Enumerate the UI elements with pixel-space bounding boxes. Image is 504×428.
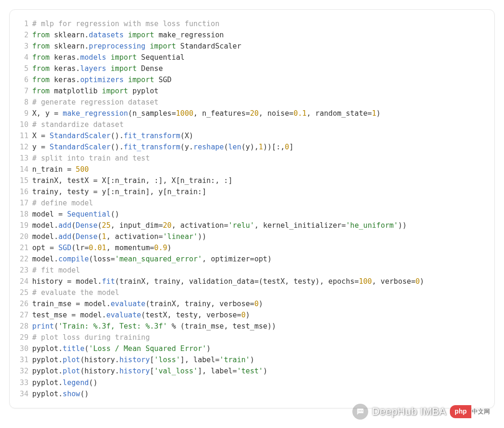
code-line: 28print('Train: %.3f, Test: %.3f' % (tra… — [15, 321, 483, 332]
token-punct: . — [84, 31, 89, 39]
token-string: 'linear' — [163, 232, 198, 241]
line-number: 32 — [15, 365, 32, 377]
token-keyword: from — [32, 76, 49, 84]
token-ident — [124, 31, 128, 39]
code-line: 19model.add(Dense(25, input_dim=20, acti… — [15, 220, 483, 231]
token-ident: () — [111, 210, 119, 218]
token-ident: sklearn — [49, 31, 84, 39]
token-ident: opt = — [32, 244, 58, 252]
token-func: history — [119, 367, 150, 375]
token-string: 'Loss / Mean Squared Error' — [89, 344, 206, 353]
code-line: 33pyplot.legend() — [15, 377, 483, 388]
code-content: model.add(Dense(1, activation='linear')) — [32, 231, 483, 242]
line-number: 30 — [15, 343, 32, 354]
token-ident: , n_features= — [193, 109, 250, 118]
token-ident: StandardScaler — [176, 42, 241, 50]
code-line: 30pyplot.title('Loss / Mean Squared Erro… — [15, 343, 483, 354]
token-ident: , activation= — [106, 232, 163, 241]
token-string: 'loss' — [154, 356, 180, 364]
code-line: 11X = StandardScaler().fit_transform(X) — [15, 130, 483, 141]
line-number: 4 — [15, 52, 32, 63]
code-line: 25# evaluate the model — [15, 287, 483, 298]
line-number: 5 — [15, 63, 32, 74]
code-content: pyplot.legend() — [32, 377, 483, 388]
token-comment: # split into train and test — [32, 154, 150, 162]
token-func: history — [119, 356, 150, 364]
token-ident: ], label= — [180, 356, 219, 364]
token-ident: Dense — [137, 64, 163, 73]
code-block: 1# mlp for regression with mse loss func… — [9, 9, 495, 408]
code-content: train_mse = model.evaluate(trainX, train… — [32, 298, 483, 309]
token-string: 'mean_squared_error' — [115, 255, 202, 263]
token-ident: pyplot. — [32, 390, 63, 398]
code-content: from keras.models import Sequential — [32, 52, 483, 63]
token-ident: (X) — [180, 132, 193, 140]
token-comment: # standardize dataset — [32, 120, 124, 129]
svg-point-0 — [359, 410, 360, 411]
code-line: 1# mlp for regression with mse loss func… — [15, 18, 483, 29]
token-keyword: from — [32, 87, 49, 95]
line-number: 11 — [15, 130, 32, 141]
token-ident: (trainX, trainy, validation_data=(testX,… — [115, 277, 359, 286]
token-ident: [ — [150, 356, 154, 364]
code-content: test_mse = model.evaluate(testX, testy, … — [32, 309, 483, 321]
token-number: 0 — [241, 311, 245, 319]
token-ident: ) — [167, 244, 171, 252]
code-content: history = model.fit(trainX, trainy, vali… — [32, 276, 483, 287]
code-line: 32pyplot.plot(history.history['val_loss'… — [15, 365, 483, 377]
line-number: 25 — [15, 287, 32, 298]
code-line: 20model.add(Dense(1, activation='linear'… — [15, 231, 483, 242]
token-string: 'Train: %.3f, Test: %.3f' — [58, 322, 167, 330]
token-ident: ( — [71, 221, 76, 230]
token-string: 'he_uniform' — [346, 221, 398, 230]
token-ident: X = — [32, 132, 49, 140]
line-number: 10 — [15, 119, 32, 130]
token-keyword: from — [32, 64, 49, 73]
token-number: 0.9 — [154, 244, 167, 252]
token-func: len — [228, 143, 241, 151]
line-number: 1 — [15, 18, 32, 29]
token-keyword: from — [32, 53, 49, 62]
token-func: StandardScaler — [49, 132, 111, 140]
svg-point-2 — [362, 410, 363, 411]
code-line: 15trainX, testX = X[:n_train, :], X[n_tr… — [15, 175, 483, 186]
code-content: model.compile(loss='mean_squared_error',… — [32, 253, 483, 265]
token-ident: model = — [32, 210, 67, 218]
token-ident: (history. — [80, 356, 119, 364]
token-ident: pyplot. — [32, 356, 63, 364]
code-content: trainy, testy = y[:n_train], y[n_train:] — [32, 186, 483, 197]
code-content: opt = SGD(lr=0.01, momentum=0.9) — [32, 242, 483, 253]
token-ident: trainy, testy = y[:n_train], y[n_train:] — [32, 188, 206, 196]
code-content: X = StandardScaler().fit_transform(X) — [32, 130, 483, 141]
token-ident: (). — [111, 143, 124, 151]
code-line: 14n_train = 500 — [15, 164, 483, 175]
token-func: compile — [58, 255, 89, 263]
token-ident: trainX, testX = X[:n_train, :], X[n_trai… — [32, 176, 232, 185]
token-ident: , momentum= — [106, 244, 154, 252]
token-ident: , noise= — [259, 109, 294, 118]
code-content: # split into train and test — [32, 153, 483, 164]
token-ident: ) — [263, 367, 267, 375]
token-func: datasets — [89, 31, 124, 39]
line-number: 8 — [15, 97, 32, 108]
code-line: 21opt = SGD(lr=0.01, momentum=0.9) — [15, 242, 483, 253]
token-ident: keras — [49, 53, 76, 62]
token-ident: ) — [259, 300, 263, 308]
code-content: y = StandardScaler().fit_transform(y.res… — [32, 141, 483, 153]
token-func: StandardScaler — [49, 143, 111, 151]
line-number: 22 — [15, 253, 32, 265]
code-line: 18model = Sequential() — [15, 209, 483, 220]
token-ident: model. — [32, 255, 58, 263]
token-func: plot — [63, 356, 80, 364]
token-ident: , activation= — [172, 221, 228, 230]
token-ident: history = model. — [32, 277, 102, 286]
token-ident — [106, 64, 111, 73]
token-ident: n_train = — [32, 165, 76, 174]
token-ident: pyplot. — [32, 379, 63, 387]
token-func: show — [63, 390, 80, 398]
line-number: 16 — [15, 186, 32, 197]
code-line: 16trainy, testy = y[:n_train], y[n_train… — [15, 186, 483, 197]
token-func: layers — [80, 64, 106, 73]
code-line: 17# define model — [15, 197, 483, 209]
line-number: 33 — [15, 377, 32, 388]
